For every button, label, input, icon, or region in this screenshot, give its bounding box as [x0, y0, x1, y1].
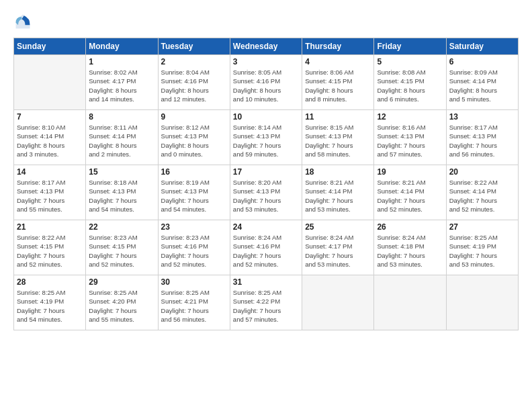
day-number: 7 — [17, 112, 83, 122]
calendar-cell: 30Sunrise: 8:25 AM Sunset: 4:21 PM Dayli… — [158, 275, 230, 330]
calendar-cell: 16Sunrise: 8:19 AM Sunset: 4:13 PM Dayli… — [158, 165, 230, 220]
day-number: 3 — [233, 57, 299, 66]
day-info: Sunrise: 8:02 AM Sunset: 4:17 PM Dayligh… — [89, 68, 154, 103]
day-number: 9 — [161, 112, 227, 122]
day-info: Sunrise: 8:06 AM Sunset: 4:15 PM Dayligh… — [305, 68, 371, 103]
day-header-thursday: Thursday — [302, 38, 374, 55]
day-number: 5 — [377, 57, 443, 66]
day-header-saturday: Saturday — [446, 38, 518, 55]
calendar-header-row: SundayMondayTuesdayWednesdayThursdayFrid… — [14, 38, 519, 55]
day-number: 24 — [233, 222, 299, 232]
day-info: Sunrise: 8:11 AM Sunset: 4:14 PM Dayligh… — [89, 123, 154, 158]
day-info: Sunrise: 8:17 AM Sunset: 4:13 PM Dayligh… — [17, 178, 83, 214]
day-number: 28 — [17, 277, 83, 287]
day-info: Sunrise: 8:25 AM Sunset: 4:19 PM Dayligh… — [449, 233, 515, 269]
day-number: 19 — [377, 167, 443, 177]
calendar-cell: 25Sunrise: 8:24 AM Sunset: 4:17 PM Dayli… — [302, 220, 374, 275]
day-info: Sunrise: 8:19 AM Sunset: 4:13 PM Dayligh… — [161, 178, 227, 214]
day-number: 26 — [377, 222, 443, 232]
calendar-week-0: 1Sunrise: 8:02 AM Sunset: 4:17 PM Daylig… — [14, 55, 519, 110]
day-info: Sunrise: 8:14 AM Sunset: 4:13 PM Dayligh… — [233, 123, 299, 158]
calendar-week-3: 21Sunrise: 8:22 AM Sunset: 4:15 PM Dayli… — [14, 220, 519, 275]
day-number: 25 — [305, 222, 371, 232]
calendar-cell: 3Sunrise: 8:05 AM Sunset: 4:16 PM Daylig… — [230, 55, 302, 110]
day-info: Sunrise: 8:15 AM Sunset: 4:13 PM Dayligh… — [305, 123, 371, 158]
calendar-cell — [446, 275, 518, 330]
calendar-week-2: 14Sunrise: 8:17 AM Sunset: 4:13 PM Dayli… — [14, 165, 519, 220]
day-header-tuesday: Tuesday — [158, 38, 230, 55]
calendar-cell: 23Sunrise: 8:23 AM Sunset: 4:16 PM Dayli… — [158, 220, 230, 275]
day-info: Sunrise: 8:08 AM Sunset: 4:15 PM Dayligh… — [377, 68, 443, 103]
day-header-wednesday: Wednesday — [230, 38, 302, 55]
day-number: 18 — [305, 167, 371, 177]
day-number: 29 — [89, 277, 154, 287]
day-number: 23 — [161, 222, 227, 232]
day-number: 14 — [17, 167, 83, 177]
calendar-cell: 8Sunrise: 8:11 AM Sunset: 4:14 PM Daylig… — [86, 110, 158, 165]
calendar-cell: 13Sunrise: 8:17 AM Sunset: 4:13 PM Dayli… — [446, 110, 518, 165]
calendar-cell: 2Sunrise: 8:04 AM Sunset: 4:16 PM Daylig… — [158, 55, 230, 110]
day-number: 11 — [305, 112, 371, 122]
calendar-cell: 21Sunrise: 8:22 AM Sunset: 4:15 PM Dayli… — [14, 220, 86, 275]
day-info: Sunrise: 8:20 AM Sunset: 4:13 PM Dayligh… — [233, 178, 299, 214]
calendar-cell: 29Sunrise: 8:25 AM Sunset: 4:20 PM Dayli… — [86, 275, 158, 330]
day-number: 8 — [89, 112, 154, 122]
day-info: Sunrise: 8:09 AM Sunset: 4:14 PM Dayligh… — [449, 68, 515, 103]
day-number: 6 — [449, 57, 515, 66]
calendar-cell: 1Sunrise: 8:02 AM Sunset: 4:17 PM Daylig… — [86, 55, 158, 110]
day-info: Sunrise: 8:23 AM Sunset: 4:16 PM Dayligh… — [161, 233, 227, 269]
day-info: Sunrise: 8:12 AM Sunset: 4:13 PM Dayligh… — [161, 123, 227, 158]
day-info: Sunrise: 8:25 AM Sunset: 4:21 PM Dayligh… — [161, 288, 227, 324]
day-info: Sunrise: 8:21 AM Sunset: 4:14 PM Dayligh… — [377, 178, 443, 214]
calendar-cell: 18Sunrise: 8:21 AM Sunset: 4:14 PM Dayli… — [302, 165, 374, 220]
day-info: Sunrise: 8:04 AM Sunset: 4:16 PM Dayligh… — [161, 68, 227, 103]
header — [13, 12, 519, 31]
calendar-week-1: 7Sunrise: 8:10 AM Sunset: 4:14 PM Daylig… — [14, 110, 519, 165]
day-number: 31 — [233, 277, 299, 287]
day-info: Sunrise: 8:10 AM Sunset: 4:14 PM Dayligh… — [17, 123, 83, 158]
logo — [13, 12, 35, 31]
day-header-friday: Friday — [374, 38, 446, 55]
day-info: Sunrise: 8:24 AM Sunset: 4:18 PM Dayligh… — [377, 233, 443, 269]
logo-icon — [13, 12, 32, 31]
day-info: Sunrise: 8:24 AM Sunset: 4:17 PM Dayligh… — [305, 233, 371, 269]
day-info: Sunrise: 8:24 AM Sunset: 4:16 PM Dayligh… — [233, 233, 299, 269]
calendar-cell: 11Sunrise: 8:15 AM Sunset: 4:13 PM Dayli… — [302, 110, 374, 165]
calendar-cell: 5Sunrise: 8:08 AM Sunset: 4:15 PM Daylig… — [374, 55, 446, 110]
calendar-cell: 22Sunrise: 8:23 AM Sunset: 4:15 PM Dayli… — [86, 220, 158, 275]
day-info: Sunrise: 8:22 AM Sunset: 4:14 PM Dayligh… — [449, 178, 515, 214]
day-header-monday: Monday — [86, 38, 158, 55]
day-number: 20 — [449, 167, 515, 177]
calendar-cell — [14, 55, 86, 110]
day-info: Sunrise: 8:25 AM Sunset: 4:19 PM Dayligh… — [17, 288, 83, 324]
day-number: 12 — [377, 112, 443, 122]
day-info: Sunrise: 8:17 AM Sunset: 4:13 PM Dayligh… — [449, 123, 515, 158]
day-info: Sunrise: 8:16 AM Sunset: 4:13 PM Dayligh… — [377, 123, 443, 158]
calendar-cell: 28Sunrise: 8:25 AM Sunset: 4:19 PM Dayli… — [14, 275, 86, 330]
day-header-sunday: Sunday — [14, 38, 86, 55]
calendar-cell: 17Sunrise: 8:20 AM Sunset: 4:13 PM Dayli… — [230, 165, 302, 220]
calendar-cell: 24Sunrise: 8:24 AM Sunset: 4:16 PM Dayli… — [230, 220, 302, 275]
day-info: Sunrise: 8:21 AM Sunset: 4:14 PM Dayligh… — [305, 178, 371, 214]
day-number: 2 — [161, 57, 227, 66]
calendar-cell: 7Sunrise: 8:10 AM Sunset: 4:14 PM Daylig… — [14, 110, 86, 165]
calendar-cell: 9Sunrise: 8:12 AM Sunset: 4:13 PM Daylig… — [158, 110, 230, 165]
calendar-cell: 12Sunrise: 8:16 AM Sunset: 4:13 PM Dayli… — [374, 110, 446, 165]
calendar-cell: 10Sunrise: 8:14 AM Sunset: 4:13 PM Dayli… — [230, 110, 302, 165]
day-number: 16 — [161, 167, 227, 177]
day-number: 13 — [449, 112, 515, 122]
day-info: Sunrise: 8:25 AM Sunset: 4:20 PM Dayligh… — [89, 288, 154, 324]
day-info: Sunrise: 8:22 AM Sunset: 4:15 PM Dayligh… — [17, 233, 83, 269]
calendar-cell: 6Sunrise: 8:09 AM Sunset: 4:14 PM Daylig… — [446, 55, 518, 110]
calendar-cell: 4Sunrise: 8:06 AM Sunset: 4:15 PM Daylig… — [302, 55, 374, 110]
calendar-cell: 31Sunrise: 8:25 AM Sunset: 4:22 PM Dayli… — [230, 275, 302, 330]
calendar-table: SundayMondayTuesdayWednesdayThursdayFrid… — [13, 38, 519, 330]
day-info: Sunrise: 8:18 AM Sunset: 4:13 PM Dayligh… — [89, 178, 154, 214]
day-number: 17 — [233, 167, 299, 177]
day-number: 21 — [17, 222, 83, 232]
day-number: 30 — [161, 277, 227, 287]
calendar-cell: 14Sunrise: 8:17 AM Sunset: 4:13 PM Dayli… — [14, 165, 86, 220]
day-info: Sunrise: 8:23 AM Sunset: 4:15 PM Dayligh… — [89, 233, 154, 269]
page: SundayMondayTuesdayWednesdayThursdayFrid… — [0, 0, 532, 411]
day-number: 1 — [89, 57, 154, 66]
